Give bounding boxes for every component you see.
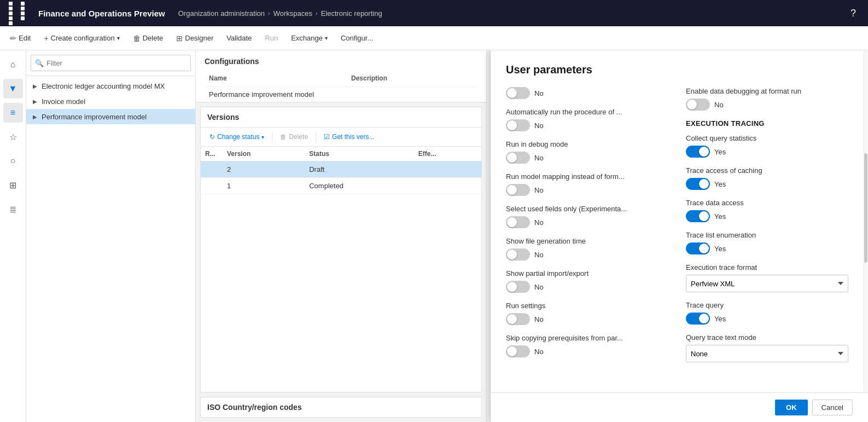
sidebar-home-icon[interactable]: ⌂	[3, 55, 23, 74]
exec-trace-format-select[interactable]: Perfview XML None XML	[686, 275, 848, 292]
change-status-button[interactable]: ↻ Change status ▾	[205, 131, 269, 143]
tree-item-2[interactable]: ▶ Performance improvement model	[26, 109, 195, 124]
toggle-track-collect-stats[interactable]	[686, 146, 710, 158]
toggle-auto-run[interactable]	[506, 119, 530, 131]
sidebar-report-icon[interactable]: ≣	[3, 199, 23, 219]
exchange-button[interactable]: Exchange ▾	[286, 31, 333, 45]
query-trace-text-label: Query trace text mode	[686, 333, 848, 342]
toggle-track-trace-caching[interactable]	[686, 178, 710, 190]
toggle-run-settings[interactable]	[506, 313, 530, 325]
sidebar-filter-icon[interactable]: ▼	[3, 79, 23, 99]
toggle-track-auto-run[interactable]	[506, 119, 530, 131]
query-trace-text-select[interactable]: None Short Full	[686, 345, 848, 362]
breadcrumb-org[interactable]: Organization administration	[178, 9, 265, 18]
param-row-exec-trace-format: Execution trace format Perfview XML None…	[686, 263, 848, 292]
toggle-model-mapping[interactable]	[506, 184, 530, 196]
config-row-name-0: Performance improvement model	[209, 90, 351, 99]
run-button: Run	[259, 31, 283, 45]
cancel-button[interactable]: Cancel	[812, 400, 853, 415]
versions-title: Versions	[201, 107, 481, 128]
delete-button[interactable]: 🗑 Delete	[127, 31, 169, 46]
toggle-track-debug-mode[interactable]	[506, 152, 530, 164]
main-toolbar: ✏ Edit + Create configuration ▾ 🗑 Delete…	[0, 26, 868, 50]
versions-delete-button[interactable]: 🗑 Delete	[276, 131, 312, 143]
toggle-val-run-settings: No	[534, 315, 544, 323]
toggle-trace-query[interactable]	[686, 313, 710, 325]
params-scrollbar[interactable]	[864, 50, 868, 392]
trace-data-label: Trace data access	[686, 199, 848, 207]
tree-list: ▶ Electronic ledger accounting model MX …	[26, 76, 195, 422]
toggle-thumb-trace-query	[699, 314, 709, 323]
toggle-track-trace-list[interactable]	[686, 242, 710, 255]
help-icon[interactable]: ?	[845, 8, 861, 19]
toggle-track-partial-import[interactable]	[506, 281, 530, 293]
versions-toolbar: ↻ Change status ▾ 🗑 Delete ☑ Get this ve…	[201, 128, 481, 147]
toggle-thumb-trace-data	[699, 211, 709, 221]
edit-button[interactable]: ✏ Edit	[4, 31, 36, 46]
filter-input[interactable]	[31, 55, 191, 71]
toggle-trace-caching[interactable]	[686, 178, 710, 190]
ver-effe-1	[414, 178, 481, 194]
create-config-button[interactable]: + Create configuration ▾	[38, 31, 125, 46]
designer-button[interactable]: ⊞ Designer	[171, 31, 219, 46]
toggle-select-fields[interactable]	[506, 216, 530, 228]
ok-button[interactable]: OK	[775, 400, 808, 415]
toggle-data-debug[interactable]	[686, 99, 710, 111]
user-params-content: User parameters N	[491, 50, 864, 392]
toggle-track-run-settings[interactable]	[506, 313, 530, 325]
toggle-track-model-mapping[interactable]	[506, 184, 530, 196]
toggle-thumb-collect-stats	[699, 147, 709, 157]
delete-icon: 🗑	[133, 34, 141, 43]
skip-copy-label: Skip copying prerequisites from par...	[506, 334, 668, 342]
delete-ver-icon: 🗑	[280, 133, 287, 141]
ver-separator-2	[316, 131, 316, 142]
validate-button[interactable]: Validate	[221, 31, 257, 45]
vertical-divider[interactable]	[486, 50, 491, 422]
configure-button[interactable]: Configur...	[335, 31, 378, 45]
toggle-file-gen[interactable]	[506, 248, 530, 261]
toggle-track-file-gen[interactable]	[506, 248, 530, 261]
version-row-1[interactable]: 1 Completed	[201, 178, 481, 194]
toggle-track-select-fields[interactable]	[506, 216, 530, 228]
toggle-debug-mode[interactable]	[506, 152, 530, 164]
tree-item-1[interactable]: ▶ Invoice model	[26, 94, 195, 109]
breadcrumb-workspaces[interactable]: Workspaces	[273, 9, 312, 18]
sidebar-list-icon[interactable]: ≡	[3, 103, 23, 123]
toggle-partial-import[interactable]	[506, 281, 530, 293]
toggle-track-data-debug[interactable]	[686, 99, 710, 111]
sidebar-table-icon[interactable]: ⊞	[3, 175, 23, 195]
ver-col-r: R...	[201, 147, 223, 161]
partial-import-label: Show partial import/export	[506, 269, 668, 278]
tree-chevron-2: ▶	[31, 112, 39, 121]
toggle-trace-data[interactable]	[686, 210, 710, 222]
param-row-trace-caching: Trace access of caching Yes	[686, 166, 848, 190]
param-row-collect-stats: Collect query statistics Yes	[686, 134, 848, 158]
version-row-0[interactable]: 2 Draft	[201, 161, 481, 178]
toggle-0[interactable]	[506, 87, 530, 99]
tree-label-0: Electronic ledger accounting model MX	[42, 82, 165, 90]
toggle-skip-copy[interactable]	[506, 345, 530, 357]
toggle-track-0[interactable]	[506, 87, 530, 99]
param-row-debug-mode: Run in debug mode No	[506, 140, 668, 164]
tree-item-0[interactable]: ▶ Electronic ledger accounting model MX	[26, 78, 195, 94]
toggle-trace-list[interactable]	[686, 242, 710, 255]
breadcrumb-er[interactable]: Electronic reporting	[321, 9, 382, 18]
config-row-0[interactable]: Performance improvement model	[205, 86, 477, 102]
debug-mode-label: Run in debug mode	[506, 140, 668, 148]
tree-chevron-1: ▶	[31, 97, 39, 106]
sidebar-clock-icon[interactable]: ○	[3, 151, 23, 171]
checkmark-icon: ☑	[324, 133, 330, 141]
chevron-down-icon: ▾	[117, 35, 120, 41]
sidebar-star-icon[interactable]: ☆	[3, 127, 23, 147]
apps-grid-icon[interactable]	[7, 0, 34, 27]
toggle-track-skip-copy[interactable]	[506, 345, 530, 357]
params-columns: No Automatically run the procedure of ..…	[506, 87, 848, 371]
filter-box: 🔍	[26, 50, 195, 76]
toggle-track-trace-data[interactable]	[686, 210, 710, 222]
toggle-collect-stats[interactable]	[686, 146, 710, 158]
param-row-trace-data: Trace data access Yes	[686, 199, 848, 222]
ver-col-version: Version	[223, 147, 305, 161]
param-row-select-fields: Select used fields only (Experimenta... …	[506, 205, 668, 228]
toggle-track-trace-query[interactable]	[686, 313, 710, 325]
get-this-version-button[interactable]: ☑ Get this vers...	[319, 131, 378, 143]
